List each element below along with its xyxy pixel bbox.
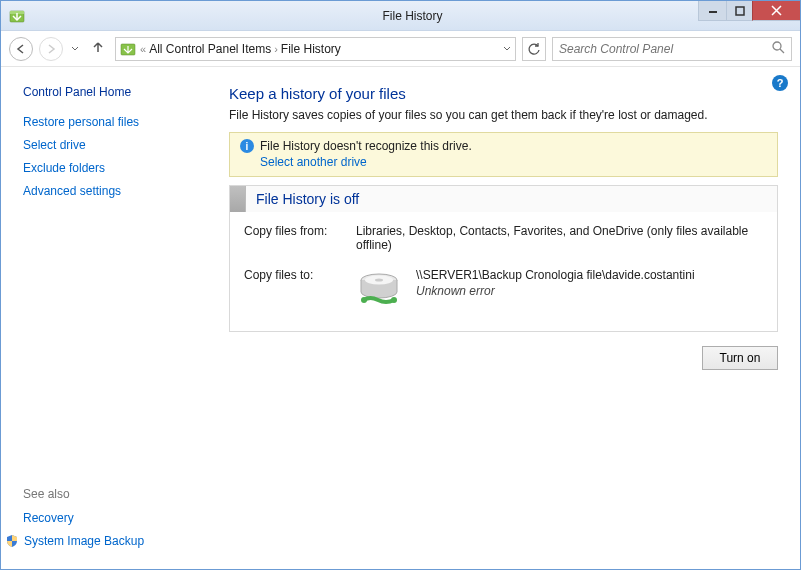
copy-from-row: Copy files from: Libraries, Desktop, Con… — [244, 224, 763, 252]
content-area: ? Control Panel Home Restore personal fi… — [1, 67, 800, 569]
destination-error: Unknown error — [416, 284, 695, 298]
page-description: File History saves copies of your files … — [229, 108, 778, 122]
turn-on-button[interactable]: Turn on — [702, 346, 778, 370]
up-arrow-icon — [91, 40, 105, 54]
info-icon: i — [240, 139, 254, 153]
sidebar-link-select-drive[interactable]: Select drive — [23, 138, 205, 152]
sidebar-link-restore[interactable]: Restore personal files — [23, 115, 205, 129]
control-panel-home-link[interactable]: Control Panel Home — [23, 85, 205, 99]
svg-point-8 — [375, 279, 383, 282]
help-button[interactable]: ? — [772, 75, 788, 91]
page-title: Keep a history of your files — [229, 85, 778, 102]
window-title: File History — [25, 9, 800, 23]
search-input[interactable] — [559, 42, 759, 56]
title-bar: File History — [1, 1, 800, 31]
address-dropdown[interactable] — [503, 44, 511, 54]
maximize-icon — [735, 6, 745, 16]
maximize-button[interactable] — [726, 1, 752, 21]
navigation-bar: « All Control Panel Items › File History — [1, 31, 800, 67]
status-box: File History is off Copy files from: Lib… — [229, 185, 778, 332]
breadcrumb-item[interactable]: File History — [281, 42, 341, 56]
svg-rect-3 — [736, 7, 744, 15]
copy-to-value: \\SERVER1\Backup Cronologia file\davide.… — [356, 268, 695, 315]
shield-icon — [5, 534, 19, 548]
button-row: Turn on — [229, 346, 778, 370]
copy-from-value: Libraries, Desktop, Contacts, Favorites,… — [356, 224, 763, 252]
history-dropdown[interactable] — [69, 42, 81, 56]
copy-to-row: Copy files to: — [244, 268, 763, 315]
copy-to-label: Copy files to: — [244, 268, 344, 315]
forward-button[interactable] — [39, 37, 63, 61]
minimize-button[interactable] — [698, 1, 726, 21]
sidebar-link-recovery[interactable]: Recovery — [23, 511, 205, 525]
sidebar-link-exclude[interactable]: Exclude folders — [23, 161, 205, 175]
back-arrow-icon — [15, 43, 27, 55]
breadcrumb-item[interactable]: All Control Panel Items — [149, 42, 271, 56]
sidebar-link-system-image-backup[interactable]: System Image Backup — [5, 534, 205, 548]
sidebar-item-label: System Image Backup — [24, 534, 144, 548]
up-button[interactable] — [87, 38, 109, 59]
status-body: Copy files from: Libraries, Desktop, Con… — [230, 212, 777, 331]
notice-message: File History doesn't recognize this driv… — [260, 139, 472, 153]
back-button[interactable] — [9, 37, 33, 61]
warning-notice: i File History doesn't recognize this dr… — [229, 132, 778, 177]
svg-point-9 — [361, 297, 367, 303]
breadcrumb: « All Control Panel Items › File History — [140, 42, 499, 56]
chevron-right-icon[interactable]: › — [274, 43, 278, 55]
main-panel: Keep a history of your files File Histor… — [217, 67, 800, 569]
status-header: File History is off — [230, 186, 777, 212]
status-tab-accent — [230, 186, 246, 212]
see-also-header: See also — [23, 487, 205, 501]
destination-path: \\SERVER1\Backup Cronologia file\davide.… — [416, 268, 695, 282]
sidebar-link-advanced[interactable]: Advanced settings — [23, 184, 205, 198]
close-button[interactable] — [752, 1, 800, 21]
status-title: File History is off — [246, 187, 369, 211]
window-controls — [698, 1, 800, 22]
control-panel-icon — [120, 41, 136, 57]
app-icon — [9, 8, 25, 24]
chevron-down-icon — [503, 46, 511, 52]
close-icon — [771, 5, 782, 16]
search-icon[interactable] — [772, 41, 785, 57]
select-another-drive-link[interactable]: Select another drive — [260, 155, 767, 169]
breadcrumb-prefix-icon: « — [140, 43, 146, 55]
drive-icon — [356, 270, 402, 312]
svg-rect-2 — [709, 11, 717, 13]
search-box[interactable] — [552, 37, 792, 61]
svg-point-10 — [391, 297, 397, 303]
refresh-icon — [527, 42, 541, 56]
minimize-icon — [708, 6, 718, 16]
refresh-button[interactable] — [522, 37, 546, 61]
chevron-down-icon — [71, 46, 79, 52]
sidebar: Control Panel Home Restore personal file… — [1, 67, 217, 569]
forward-arrow-icon — [45, 43, 57, 55]
address-bar[interactable]: « All Control Panel Items › File History — [115, 37, 516, 61]
svg-point-5 — [773, 42, 781, 50]
copy-from-label: Copy files from: — [244, 224, 344, 252]
